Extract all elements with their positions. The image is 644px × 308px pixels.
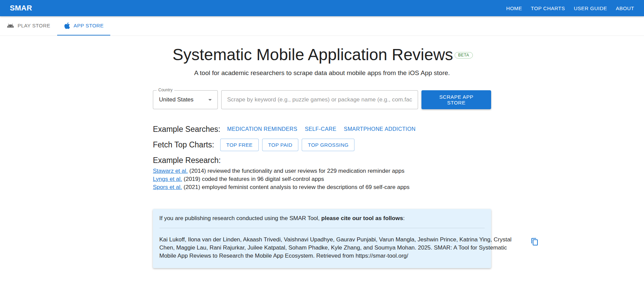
research-item: Spors et al. (2021) employed feminist co… [153,183,491,191]
example-research-section: Example Research: Stawarz et al. (2014) … [153,156,491,191]
citation-intro-bold: please cite our tool as follows [321,215,403,221]
page-title: Systematic Mobile Application ReviewsBET… [172,46,472,64]
country-select-value: United States [159,96,193,103]
store-tab-bar: PLAY STORE APP STORE [0,16,644,36]
main-content: Systematic Mobile Application ReviewsBET… [127,46,517,268]
brand-logo[interactable]: SMAR [10,4,32,13]
example-search-medication-reminders[interactable]: MEDICATION REMINDERS [226,125,298,134]
citation-body: Kai Lukoff, Ilona van der Linden, Akaash… [159,236,485,260]
copy-icon [531,238,539,246]
nav-link-home[interactable]: HOME [506,5,522,11]
citation-intro-suffix: : [403,215,405,221]
tab-app-store[interactable]: APP STORE [57,16,111,35]
research-item: Lyngs et al. (2019) coded the features i… [153,175,491,183]
citation-divider [159,228,485,228]
tab-label-play-store: PLAY STORE [18,23,50,28]
page-title-text: Systematic Mobile Application Reviews [172,46,453,64]
research-link-stawarz[interactable]: Stawarz et al. [153,168,188,174]
beta-badge: BETA [455,52,473,58]
top-free-button[interactable]: TOP FREE [220,139,259,151]
nav-link-about[interactable]: ABOUT [616,5,634,11]
app-bar: SMAR HOME TOP CHARTS USER GUIDE ABOUT [0,0,644,16]
top-paid-button[interactable]: TOP PAID [262,139,299,151]
example-search-self-care[interactable]: SELF-CARE [304,125,337,134]
tab-play-store[interactable]: PLAY STORE [0,16,57,35]
country-select-label: Country [157,88,174,92]
citation-card: If you are publishing research conducted… [153,209,491,268]
top-charts-buttons: TOP FREE TOP PAID TOP GROSSING [220,139,354,151]
citation-text: Kai Lukoff, Ilona van der Linden, Akaash… [159,236,516,260]
copy-citation-button[interactable] [529,236,540,247]
scrape-form: Country United States SCRAPE APP STORE [153,90,491,109]
keyword-search-input[interactable] [221,90,418,109]
research-text: (2014) reviewed the functionality and us… [188,168,405,174]
research-link-spors[interactable]: Spors et al. [153,184,182,190]
example-searches-section: Example Searches: MEDICATION REMINDERS S… [153,125,491,134]
nav-link-top-charts[interactable]: TOP CHARTS [531,5,565,11]
navbar-links: HOME TOP CHARTS USER GUIDE ABOUT [506,5,634,11]
top-grossing-button[interactable]: TOP GROSSING [302,139,354,151]
example-research-list: Stawarz et al. (2014) reviewed the funct… [153,167,491,191]
content-inner: Country United States SCRAPE APP STORE E… [153,90,491,268]
page-subtitle: A tool for academic researchers to scrap… [127,69,517,77]
example-research-heading: Example Research: [153,156,491,165]
research-item: Stawarz et al. (2014) reviewed the funct… [153,167,491,175]
tab-label-app-store: APP STORE [74,23,104,28]
country-select[interactable]: Country United States [153,90,218,109]
research-text: (2021) employed feminist content analysi… [182,184,410,190]
apple-icon [64,22,70,29]
scrape-app-store-button[interactable]: SCRAPE APP STORE [421,90,491,109]
android-icon [7,22,14,29]
example-search-smartphone-addiction[interactable]: SMARTPHONE ADDICTION [343,125,416,134]
chevron-down-icon [206,96,214,104]
top-charts-section: Fetch Top Charts: TOP FREE TOP PAID TOP … [153,139,491,151]
top-charts-heading: Fetch Top Charts: [153,140,214,149]
example-searches-heading: Example Searches: [153,125,220,134]
research-text: (2019) coded the features in 96 digital … [182,176,324,182]
citation-intro: If you are publishing research conducted… [159,215,485,222]
nav-link-user-guide[interactable]: USER GUIDE [574,5,607,11]
hero-section: Systematic Mobile Application ReviewsBET… [127,46,517,77]
citation-intro-prefix: If you are publishing research conducted… [159,215,321,221]
research-link-lyngs[interactable]: Lyngs et al. [153,176,182,182]
